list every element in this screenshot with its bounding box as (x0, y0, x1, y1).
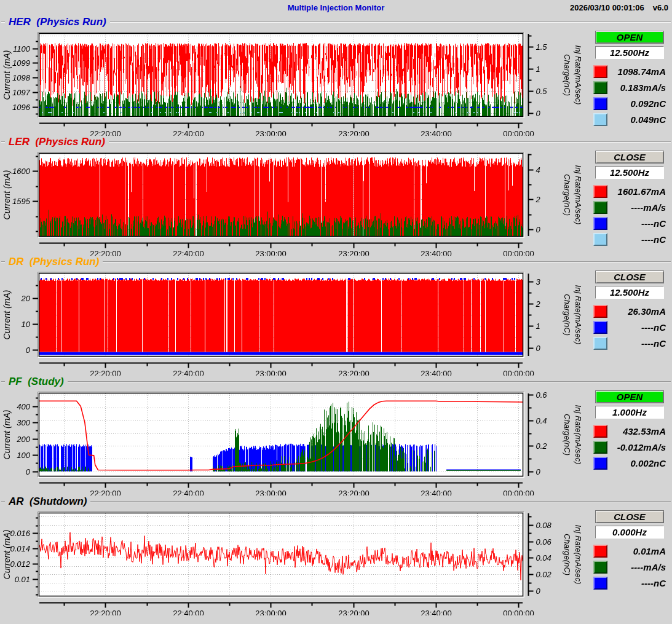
her-readout-value: 1098.74mA (607, 66, 666, 77)
blue-swatch-icon (593, 217, 607, 230)
pf-injection-frequency: 1.000Hz (595, 406, 664, 419)
app-title: Multiple Injection Monitor (288, 3, 384, 12)
her-legend: OPEN 12.500Hz 1098.74mA0.183mA/s0.092nC0… (590, 29, 669, 127)
dr-injection-frequency: 12.500Hz (595, 286, 664, 299)
blue-swatch-icon (593, 321, 607, 334)
dr-readouts: 26.30mA----nC----nC (593, 303, 666, 351)
ar-readout-row: ----nC (593, 575, 666, 591)
ar-readout-value: ----mA/s (607, 562, 666, 572)
pf-readout-row: -0.012mA/s (593, 439, 666, 455)
dr-readout-value: 26.30mA (607, 306, 666, 317)
her-readout-value: 0.092nC (607, 98, 666, 109)
her-readout-row: 0.092nC (593, 95, 666, 111)
green-swatch-icon (593, 561, 607, 574)
ler-readout-row: ----nC (593, 215, 666, 231)
clock-and-version: 2026/03/10 00:01:06v6.0 (570, 3, 668, 12)
dr-readout-row: ----nC (593, 319, 666, 335)
ar-readouts: 0.01mA----mA/s----nC (593, 543, 666, 591)
her-readout-row: 0.049nC (593, 111, 666, 127)
red-swatch-icon (593, 185, 607, 198)
dr-readout-row: ----nC (593, 335, 666, 351)
her-readout-row: 0.183mA/s (593, 79, 666, 95)
ler-readout-row: 1601.67mA (593, 183, 666, 199)
red-swatch-icon (593, 65, 607, 78)
her-readout-value: 0.183mA/s (607, 82, 666, 93)
pf-readout-value: 0.002nC (607, 458, 666, 468)
ler-readout-value: 1601.67mA (607, 186, 666, 197)
panel-dr: DR (Physics Run) CLOSE 12.500Hz 26.30mA-… (1, 256, 671, 376)
ler-chart (1, 149, 590, 256)
blue-swatch-icon (593, 577, 607, 590)
ler-injection-frequency: 12.500Hz (595, 166, 664, 179)
pf-readout-row: 0.002nC (593, 455, 666, 471)
dr-readout-row: 26.30mA (593, 303, 666, 319)
her-readouts: 1098.74mA0.183mA/s0.092nC0.049nC (593, 63, 666, 127)
datetime: 2026/03/10 00:01:06 (570, 3, 644, 12)
pf-readout-row: 432.53mA (593, 423, 666, 439)
dr-readout-value: ----nC (607, 322, 666, 333)
ar-chart (1, 508, 590, 615)
ar-readout-value: ----nC (607, 578, 666, 588)
ar-shutter-status-button[interactable]: CLOSE (595, 510, 664, 523)
dr-chart (1, 269, 590, 376)
panel-dr-title-row: DR (Physics Run) (1, 256, 671, 269)
panel-ar-title: AR (Shutdown) (5, 496, 90, 508)
ler-readout-row: ----mA/s (593, 199, 666, 215)
pf-legend: OPEN 1.000Hz 432.53mA-0.012mA/s0.002nC (590, 389, 669, 471)
ar-readout-row: ----mA/s (593, 559, 666, 575)
ler-readout-value: ----mA/s (607, 202, 666, 213)
panel-ar: AR (Shutdown) CLOSE 0.000Hz 0.01mA----mA… (1, 496, 671, 615)
ar-readout-row: 0.01mA (593, 543, 666, 559)
her-injection-frequency: 12.500Hz (595, 46, 664, 59)
ler-readout-value: ----nC (607, 218, 666, 229)
dr-readout-value: ----nC (607, 338, 666, 349)
panel-pf-title-row: PF (Study) (1, 376, 671, 389)
panel-her-title: HER (Physics Run) (5, 16, 110, 28)
lightblue-swatch-icon (593, 113, 607, 126)
panel-ar-title-row: AR (Shutdown) (1, 496, 671, 508)
panel-her-title-row: HER (Physics Run) (1, 17, 671, 29)
red-swatch-icon (593, 545, 607, 558)
her-readout-value: 0.049nC (607, 114, 666, 125)
ler-readout-value: ----nC (607, 234, 666, 245)
panel-dr-title: DR (Physics Run) (5, 256, 103, 268)
panel-pf-title: PF (Study) (5, 376, 68, 388)
panel-her: HER (Physics Run) OPEN 12.500Hz 1098.74m… (1, 17, 671, 136)
pf-readout-value: 432.53mA (607, 426, 666, 436)
green-swatch-icon (593, 81, 607, 94)
ar-injection-frequency: 0.000Hz (595, 526, 664, 539)
lightblue-swatch-icon (593, 233, 607, 246)
pf-shutter-status-button[interactable]: OPEN (595, 390, 664, 403)
blue-swatch-icon (593, 97, 607, 110)
dr-shutter-status-button[interactable]: CLOSE (595, 271, 664, 283)
dr-legend: CLOSE 12.500Hz 26.30mA----nC----nC (590, 269, 669, 351)
ler-shutter-status-button[interactable]: CLOSE (595, 151, 664, 164)
green-swatch-icon (593, 201, 607, 214)
red-swatch-icon (593, 425, 607, 438)
her-readout-row: 1098.74mA (593, 63, 666, 79)
ar-legend: CLOSE 0.000Hz 0.01mA----mA/s----nC (590, 508, 669, 591)
green-swatch-icon (593, 441, 607, 454)
panel-ler-title: LER (Physics Run) (5, 136, 109, 148)
panel-ler: LER (Physics Run) CLOSE 12.500Hz 1601.67… (1, 136, 671, 256)
ler-legend: CLOSE 12.500Hz 1601.67mA----mA/s----nC--… (590, 149, 669, 247)
lightblue-swatch-icon (593, 337, 607, 350)
blue-swatch-icon (593, 457, 607, 470)
ler-readout-row: ----nC (593, 231, 666, 247)
panel-pf: PF (Study) OPEN 1.000Hz 432.53mA-0.012mA… (1, 376, 671, 496)
pf-readouts: 432.53mA-0.012mA/s0.002nC (593, 423, 666, 471)
ar-readout-value: 0.01mA (607, 546, 666, 556)
her-shutter-status-button[interactable]: OPEN (595, 31, 664, 44)
pf-chart (1, 389, 590, 496)
ler-readouts: 1601.67mA----mA/s----nC----nC (593, 183, 666, 247)
her-chart (1, 29, 590, 136)
version: v6.0 (653, 3, 668, 12)
red-swatch-icon (593, 305, 607, 318)
panel-ler-title-row: LER (Physics Run) (1, 136, 671, 149)
pf-readout-value: -0.012mA/s (607, 442, 666, 452)
app-header: Multiple Injection Monitor 2026/03/10 00… (0, 0, 672, 17)
